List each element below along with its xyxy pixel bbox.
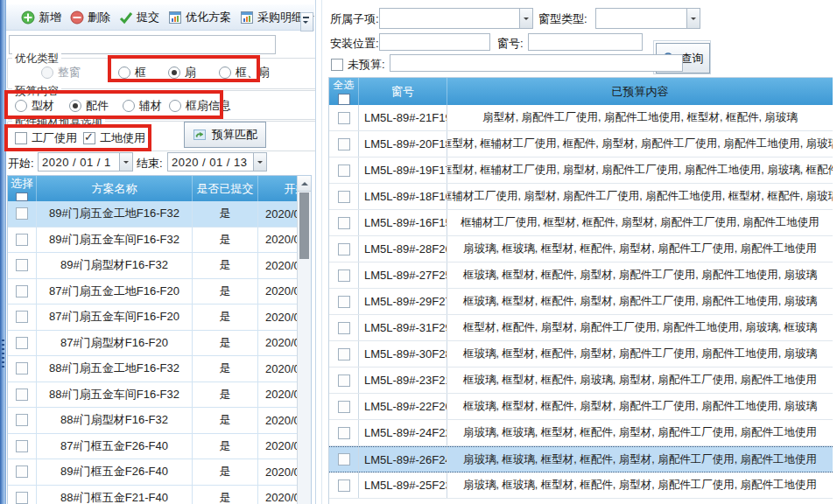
row-checkbox[interactable] [16, 311, 28, 323]
table-row[interactable]: LM5L-89#-24F22 扇玻璃, 框玻璃, 框型材, 框配件, 扇型材, … [329, 420, 833, 446]
table-row[interactable]: LM5L-89#-21F19 扇型材, 扇配件工厂使用, 扇配件工地使用, 框型… [329, 105, 833, 131]
row-checkbox[interactable] [16, 440, 28, 452]
row-checkbox[interactable] [338, 427, 350, 439]
row-checkbox[interactable] [16, 234, 28, 246]
end-date-picker[interactable]: 2020 / 01 / 13 [167, 152, 267, 172]
table-row[interactable]: 88#门框五金F21-F40 是 2020/0 [8, 486, 311, 504]
row-checkbox[interactable] [16, 466, 28, 478]
checkbox-unbudgeted[interactable]: 未预算: [331, 57, 385, 73]
window-no-input[interactable] [528, 33, 643, 51]
sub-item-label: 所属子项: [330, 11, 379, 27]
row-checkbox[interactable] [338, 164, 350, 177]
dock-splitter[interactable] [0, 0, 6, 504]
radio-frame[interactable]: 框 [118, 65, 146, 80]
unbudgeted-input[interactable] [390, 54, 683, 72]
budget-content-column-header[interactable]: 已预算内容 [447, 78, 833, 105]
select-all-column-header[interactable]: 全选 [329, 78, 359, 105]
table-row[interactable]: LM5L-89#-25F23 扇玻璃, 框玻璃, 框型材, 框配件, 扇型材, … [329, 472, 833, 499]
chevron-down-icon[interactable] [686, 9, 700, 28]
budget-table-header: 全选 窗号 已预算内容 [329, 78, 833, 105]
table-row[interactable]: LM5L-89#-18F16 框辅材工厂使用, 扇型材, 扇配件工厂使用, 扇配… [329, 184, 833, 210]
chevron-down-icon[interactable] [119, 153, 132, 171]
row-checkbox[interactable] [338, 480, 350, 492]
row-checkbox[interactable] [338, 243, 350, 256]
row-checkbox[interactable] [338, 348, 350, 360]
row-checkbox[interactable] [338, 296, 350, 308]
toolbar-overflow-button[interactable] [300, 12, 313, 32]
scrollbar-thumb[interactable] [299, 192, 309, 259]
chevron-down-icon[interactable] [253, 153, 266, 171]
table-row[interactable]: LM5L-89#-28F26 扇玻璃, 框玻璃, 框型材, 框配件, 扇型材, … [329, 236, 833, 262]
table-row[interactable]: LM5L-89#-16F15 框辅材工厂使用, 框型材, 框配件, 扇型材, 扇… [329, 210, 833, 236]
select-all-checkbox[interactable] [16, 192, 28, 201]
install-pos-input[interactable] [379, 33, 490, 51]
table-row[interactable]: LM5L-89#-23F21 框玻璃, 框型材, 框配件, 扇玻璃, 扇型材, … [329, 368, 833, 394]
table-row[interactable]: 87#门扇五金工地F16-F20 是 2020/0 [8, 279, 311, 305]
radio-whole-window[interactable]: 整窗 [41, 65, 81, 80]
budget-match-button[interactable]: 预算匹配 [184, 122, 266, 148]
table-row[interactable]: 87#门扇型材F16-F20 是 2020/0 [8, 331, 311, 357]
start-date-label: 开始: [8, 156, 34, 172]
table-row[interactable]: LM5L-89#-31F29 框型材, 框配件, 扇型材, 扇配件工厂使用, 扇… [329, 315, 833, 341]
checkbox-site-use[interactable]: 工地使用 [83, 130, 145, 146]
window-no-column-header[interactable]: 窗号 [359, 78, 447, 105]
row-checkbox[interactable] [338, 322, 350, 334]
row-checkbox[interactable] [16, 414, 28, 426]
submitted-column-header[interactable]: 是否已提交 [193, 176, 258, 201]
chevron-down-icon[interactable] [519, 9, 532, 28]
table-row[interactable]: 87#门框五金F26-F40 是 2020/0 [8, 434, 311, 460]
row-checkbox[interactable] [16, 259, 28, 271]
radio-frame-sash-info[interactable]: 框扇信息 [169, 98, 231, 114]
radio-auxiliary[interactable]: 辅材 [123, 98, 162, 114]
table-row[interactable]: 88#门扇型材F16-F32 是 2020/0 [8, 408, 311, 434]
submit-button[interactable]: 提交 [115, 7, 164, 28]
row-checkbox[interactable] [338, 270, 350, 282]
delete-button[interactable]: 删除 [66, 7, 115, 28]
radio-sash[interactable]: 扇 [168, 65, 196, 80]
add-button[interactable]: 新增 [17, 7, 66, 28]
row-checkbox[interactable] [16, 492, 28, 504]
row-checkbox[interactable] [16, 388, 28, 401]
radio-profile[interactable]: 型材 [15, 98, 54, 114]
row-checkbox[interactable] [338, 374, 350, 387]
table-row[interactable]: 89#门扇型材F16-F32 是 2020/0 [8, 253, 311, 279]
checkbox-factory-use[interactable]: 工厂使用 [15, 130, 77, 146]
table-row[interactable]: LM5L-89#-19F17 框型材, 框辅材工厂使用, 扇型材, 扇配件工厂使… [329, 158, 833, 184]
row-checkbox[interactable] [338, 401, 350, 413]
table-row[interactable]: LM5L-89#-27F25 框玻璃, 框型材, 框配件, 扇型材, 扇配件工厂… [329, 262, 833, 289]
scroll-up-icon[interactable] [298, 176, 311, 192]
table-row[interactable]: LM5L-89#-26F24 扇玻璃, 框玻璃, 框型材, 框配件, 扇型材, … [329, 446, 833, 472]
select-all-checkbox[interactable] [338, 94, 350, 105]
window-type-select[interactable] [595, 8, 700, 29]
table-row[interactable]: 87#门扇五金车间F16-F20 是 2020/0 [8, 304, 311, 331]
row-checkbox[interactable] [16, 362, 28, 374]
table-row[interactable]: LM5L-89#-30F28 框玻璃, 框型材, 框配件, 扇型材, 扇配件工厂… [329, 341, 833, 368]
table-row[interactable]: 89#门框五金F26-F40 是 2020/0 [8, 459, 311, 486]
row-checkbox[interactable] [16, 285, 28, 298]
table-row[interactable]: LM5L-89#-22F20 框玻璃, 框型材, 框配件, 扇型材, 扇配件工厂… [329, 394, 833, 420]
sub-item-select[interactable] [379, 8, 533, 29]
table-row[interactable]: 89#门扇五金车间F16-F32 是 2020/0 [8, 228, 311, 254]
table-row[interactable]: LM5L-89#-29F27 框玻璃, 框型材, 框配件, 扇型材, 扇配件工厂… [329, 289, 833, 315]
radio-frame-sash[interactable]: 框、扇 [219, 65, 270, 80]
plan-name-column-header[interactable]: 方案名称 [37, 176, 193, 201]
plan-name-cell: 89#门扇型材F16-F32 [37, 253, 193, 278]
row-checkbox[interactable] [16, 337, 28, 349]
submitted-cell: 是 [193, 304, 258, 330]
row-checkbox[interactable] [338, 191, 350, 203]
table-row[interactable]: 89#门扇五金工地F16-F32 是 2020/0 [8, 201, 311, 228]
start-date-picker[interactable]: 2020 / 01 / 1 [38, 152, 133, 172]
row-checkbox[interactable] [338, 138, 350, 150]
select-column-header[interactable]: 选择 [8, 176, 37, 201]
row-checkbox[interactable] [338, 112, 350, 124]
table-row[interactable]: LM5L-89#-20F18 框型材, 框辅材工厂使用, 框配件, 扇型材, 扇… [329, 131, 833, 158]
table-row[interactable]: 88#门扇五金车间F16-F32 是 2020/0 [8, 382, 311, 409]
table-row[interactable]: 88#门扇五金工地F16-F32 是 2020/0 [8, 356, 311, 382]
plan-table-scrollbar[interactable] [297, 176, 311, 504]
radio-accessory[interactable]: 配件 [69, 98, 109, 114]
row-checkbox[interactable] [338, 217, 350, 229]
row-checkbox[interactable] [338, 453, 350, 466]
optimize-plan-button[interactable]: 优化方案 [164, 7, 236, 28]
row-checkbox[interactable] [16, 207, 28, 220]
plan-name-cell: 89#门扇五金工地F16-F32 [37, 201, 193, 227]
